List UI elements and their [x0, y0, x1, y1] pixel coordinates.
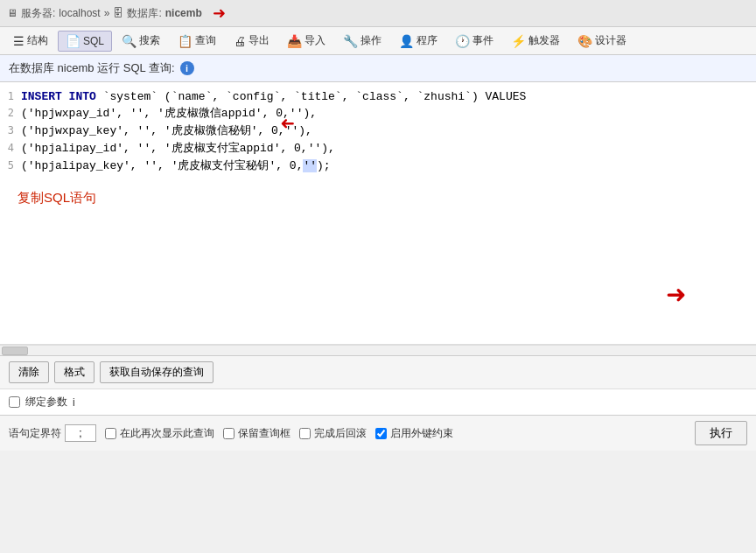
events-icon: 🕐	[455, 34, 470, 48]
line-num-1: 1	[0, 90, 21, 102]
delimiter-label: 语句定界符	[9, 424, 96, 442]
export-icon: 🖨	[234, 34, 246, 48]
tab-sql[interactable]: 📄 SQL	[58, 31, 112, 52]
sql-editor[interactable]: 1 INSERT INTO `system` (`name`, `config`…	[0, 82, 756, 345]
delimiter-input[interactable]	[65, 424, 96, 442]
annotation-arrow-execute: ➜	[666, 280, 686, 309]
fk-checkbox[interactable]	[375, 428, 387, 439]
breadcrumb: 🖥 服务器: localhost » 🗄 数据库: nicemb ➜	[0, 0, 756, 27]
tab-export[interactable]: 🖨 导出	[226, 30, 277, 52]
sql-panel-title: 在数据库 nicemb 运行 SQL 查询:	[9, 60, 175, 76]
tab-query[interactable]: 📋 查询	[170, 30, 224, 52]
designer-icon: 🎨	[578, 34, 592, 48]
line-content-4: ('hpjalipay_id', '', '虎皮椒支付宝appid', 0,''…	[21, 140, 335, 156]
tab-import[interactable]: 📥 导入	[279, 30, 333, 52]
db-label: 数据库:	[127, 6, 161, 21]
get-saved-button[interactable]: 获取自动保存的查询	[100, 361, 214, 383]
tab-designer[interactable]: 🎨 设计器	[570, 30, 634, 52]
rollback-checkbox[interactable]	[299, 428, 311, 439]
show-again-text: 在此再次显示此查询	[120, 426, 214, 441]
tab-triggers-label: 触发器	[528, 33, 560, 48]
horizontal-scrollbar[interactable]	[0, 345, 756, 355]
bind-params-checkbox[interactable]	[9, 396, 20, 408]
delimiter-text: 语句定界符	[9, 426, 61, 441]
retain-checkbox[interactable]	[223, 428, 234, 439]
operations-icon: 🔧	[343, 34, 358, 48]
db-value: nicemb	[165, 7, 202, 19]
format-button[interactable]: 格式	[54, 361, 94, 383]
bottom-toolbar: 清除 格式 获取自动保存的查询	[0, 355, 756, 388]
bind-params-row: 绑定参数 i	[0, 388, 756, 415]
execute-button[interactable]: 执行	[695, 421, 747, 445]
query-icon: 📋	[178, 34, 192, 48]
code-line-1: 1 INSERT INTO `system` (`name`, `config`…	[0, 89, 756, 104]
main-toolbar: ☰ 结构 📄 SQL 🔍 搜索 📋 查询 🖨 导出 📥 导入 🔧 操作 👤	[0, 27, 756, 55]
tab-search-label: 搜索	[139, 33, 160, 48]
tab-search[interactable]: 🔍 搜索	[114, 30, 168, 52]
line-content-5: ('hpjalipay_key', '', '虎皮椒支付宝秘钥', 0,'');	[21, 158, 331, 173]
clear-button[interactable]: 清除	[9, 361, 49, 383]
line-num-4: 4	[0, 142, 21, 154]
import-icon: 📥	[287, 34, 302, 48]
tab-events[interactable]: 🕐 事件	[447, 30, 501, 52]
line-num-2: 2	[0, 107, 21, 119]
main-panel: 在数据库 nicemb 运行 SQL 查询: i 1 INSERT INTO `…	[0, 55, 756, 451]
annotation-arrow-line3: ➜	[280, 114, 295, 135]
tab-designer-label: 设计器	[595, 33, 626, 48]
tab-routines-label: 程序	[416, 33, 438, 48]
tab-structure-label: 结构	[27, 33, 48, 48]
breadcrumb-sep1: »	[104, 7, 110, 19]
line-content-1: INSERT INTO `system` (`name`, `config`, …	[21, 90, 526, 103]
bind-params-info-icon[interactable]: i	[73, 396, 75, 409]
code-line-3: 3 ('hpjwxpay_key', '', '虎皮椒微信秘钥', 0,''),	[0, 122, 756, 139]
footer-bar: 语句定界符 在此再次显示此查询 保留查询框 完成后回滚 启用外键约束 执行	[0, 415, 756, 451]
scroll-handle[interactable]	[2, 346, 28, 355]
line-num-3: 3	[0, 124, 21, 136]
server-label: 服务器:	[21, 6, 55, 21]
tab-import-label: 导入	[304, 33, 326, 48]
retain-text: 保留查询框	[238, 426, 290, 441]
fk-label[interactable]: 启用外键约束	[375, 426, 453, 441]
rollback-text: 完成后回滚	[314, 426, 367, 441]
copy-sql-container: 复制SQL语句	[0, 174, 756, 214]
annotation-arrow-top: ➜	[213, 4, 226, 23]
tab-export-label: 导出	[248, 33, 270, 48]
sql-info-icon[interactable]: i	[180, 61, 194, 75]
copy-sql-link[interactable]: 复制SQL语句	[9, 183, 747, 214]
retain-label[interactable]: 保留查询框	[223, 426, 290, 441]
server-icon: 🖥	[7, 7, 18, 19]
server-value: localhost	[59, 7, 100, 19]
code-line-5: 5 ('hpjalipay_key', '', '虎皮椒支付宝秘钥', 0,''…	[0, 157, 756, 174]
db-icon: 🗄	[113, 7, 123, 19]
tab-routines[interactable]: 👤 程序	[391, 30, 445, 52]
tab-query-label: 查询	[195, 33, 216, 48]
triggers-icon: ⚡	[511, 34, 526, 48]
tab-sql-label: SQL	[83, 35, 104, 47]
line-content-3: ('hpjwxpay_key', '', '虎皮椒微信秘钥', 0,''),	[21, 122, 312, 138]
code-line-2: 2 ('hpjwxpay_id', '', '虎皮椒微信appid', 0,''…	[0, 104, 756, 122]
search-icon: 🔍	[122, 34, 136, 48]
show-again-label[interactable]: 在此再次显示此查询	[105, 426, 214, 441]
bind-params-label: 绑定参数	[25, 395, 67, 410]
tab-operations[interactable]: 🔧 操作	[335, 30, 389, 52]
line-num-5: 5	[0, 159, 21, 172]
tab-structure[interactable]: ☰ 结构	[5, 30, 56, 52]
sql-panel-header: 在数据库 nicemb 运行 SQL 查询: i	[0, 55, 756, 82]
sql-icon: 📄	[66, 34, 80, 48]
tab-triggers[interactable]: ⚡ 触发器	[503, 30, 568, 52]
rollback-label[interactable]: 完成后回滚	[299, 426, 367, 441]
fk-text: 启用外键约束	[390, 426, 453, 441]
structure-icon: ☰	[13, 34, 24, 48]
tab-events-label: 事件	[472, 33, 494, 48]
tab-operations-label: 操作	[360, 33, 382, 48]
code-line-4: 4 ('hpjalipay_id', '', '虎皮椒支付宝appid', 0,…	[0, 139, 756, 157]
routines-icon: 👤	[399, 34, 414, 48]
line-content-2: ('hpjwxpay_id', '', '虎皮椒微信appid', 0,''),	[21, 105, 317, 121]
show-again-checkbox[interactable]	[105, 428, 116, 439]
